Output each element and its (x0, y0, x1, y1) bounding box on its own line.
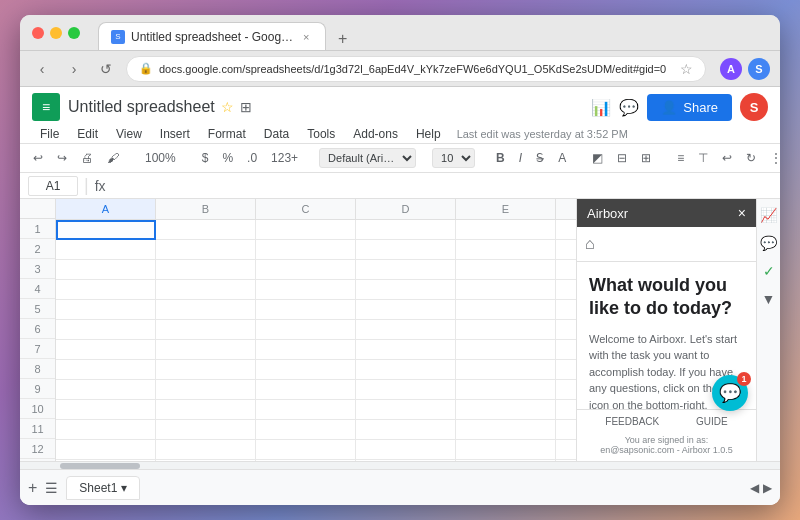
menu-edit[interactable]: Edit (69, 125, 106, 143)
row-num-1[interactable]: 1 (20, 219, 55, 239)
cell-D3[interactable] (356, 260, 456, 280)
row-num-6[interactable]: 6 (20, 319, 55, 339)
cell-A4[interactable] (56, 280, 156, 300)
currency-button[interactable]: $ (197, 148, 214, 168)
scroll-left-button[interactable]: ◀ (750, 481, 759, 495)
cell-E5[interactable] (456, 300, 556, 320)
cell-A13[interactable] (56, 460, 156, 461)
cell-C9[interactable] (256, 380, 356, 400)
font-size-select[interactable]: 10 (432, 148, 475, 168)
sheet1-dropdown-icon[interactable]: ▾ (121, 481, 127, 495)
menu-data[interactable]: Data (256, 125, 297, 143)
cell-C7[interactable] (256, 340, 356, 360)
rotate-button[interactable]: ↻ (741, 148, 761, 168)
row-num-3[interactable]: 3 (20, 259, 55, 279)
menu-file[interactable]: File (32, 125, 67, 143)
row-num-7[interactable]: 7 (20, 339, 55, 359)
cell-D11[interactable] (356, 420, 456, 440)
menu-format[interactable]: Format (200, 125, 254, 143)
cell-A12[interactable] (56, 440, 156, 460)
cell-A3[interactable] (56, 260, 156, 280)
share-button[interactable]: 👤 Share (647, 94, 732, 121)
cell-E10[interactable] (456, 400, 556, 420)
bookmark-icon[interactable]: ☆ (680, 61, 693, 77)
comments-icon[interactable]: 💬 (619, 98, 639, 117)
row-num-4[interactable]: 4 (20, 279, 55, 299)
feedback-link[interactable]: FEEDBACK (605, 416, 659, 427)
maximize-traffic-light[interactable] (68, 27, 80, 39)
cell-B9[interactable] (156, 380, 256, 400)
row-num-8[interactable]: 8 (20, 359, 55, 379)
cell-A7[interactable] (56, 340, 156, 360)
col-header-e[interactable]: E (456, 199, 556, 219)
cell-E9[interactable] (456, 380, 556, 400)
back-button[interactable]: ‹ (30, 57, 54, 81)
horizontal-scrollbar[interactable] (20, 461, 780, 469)
cell-B6[interactable] (156, 320, 256, 340)
row-num-2[interactable]: 2 (20, 239, 55, 259)
cell-B7[interactable] (156, 340, 256, 360)
paintformat-button[interactable]: 🖌 (102, 148, 124, 168)
close-traffic-light[interactable] (32, 27, 44, 39)
cell-F3[interactable] (556, 260, 576, 280)
side-icon-check[interactable]: ✓ (763, 263, 775, 279)
cell-F8[interactable] (556, 360, 576, 380)
cell-D4[interactable] (356, 280, 456, 300)
format-button[interactable]: .0 (242, 148, 262, 168)
cell-E11[interactable] (456, 420, 556, 440)
cell-A6[interactable] (56, 320, 156, 340)
cell-D7[interactable] (356, 340, 456, 360)
cell-D9[interactable] (356, 380, 456, 400)
cell-F1[interactable] (556, 220, 576, 240)
cell-B5[interactable] (156, 300, 256, 320)
cell-A5[interactable] (56, 300, 156, 320)
cell-F7[interactable] (556, 340, 576, 360)
cell-C13[interactable] (256, 460, 356, 461)
menu-help[interactable]: Help (408, 125, 449, 143)
side-icon-chat[interactable]: 💬 (760, 235, 777, 251)
spreadsheet-name[interactable]: Untitled spreadsheet (68, 98, 215, 116)
airboxr-home-icon[interactable]: ⌂ (585, 235, 595, 252)
cell-F10[interactable] (556, 400, 576, 420)
row-num-9[interactable]: 9 (20, 379, 55, 399)
user-avatar[interactable]: S (740, 93, 768, 121)
valign-button[interactable]: ⊤ (693, 148, 713, 168)
menu-insert[interactable]: Insert (152, 125, 198, 143)
cell-E4[interactable] (456, 280, 556, 300)
fill-color-button[interactable]: ◩ (587, 148, 608, 168)
more-formats-button[interactable]: 123+ (266, 148, 303, 168)
menu-view[interactable]: View (108, 125, 150, 143)
user-profile-icon[interactable]: S (748, 58, 770, 80)
activity-icon[interactable]: 📊 (591, 98, 611, 117)
cell-reference[interactable]: A1 (28, 176, 78, 196)
cell-C5[interactable] (256, 300, 356, 320)
cell-E13[interactable] (456, 460, 556, 461)
align-button[interactable]: ≡ (672, 148, 689, 168)
cell-E7[interactable] (456, 340, 556, 360)
cell-F5[interactable] (556, 300, 576, 320)
forward-button[interactable]: › (62, 57, 86, 81)
merge-button[interactable]: ⊞ (636, 148, 656, 168)
scroll-right-button[interactable]: ▶ (763, 481, 772, 495)
add-sheet-button[interactable]: + (28, 479, 37, 497)
row-num-11[interactable]: 11 (20, 419, 55, 439)
cell-C12[interactable] (256, 440, 356, 460)
strikethrough-button[interactable]: S̶ (531, 148, 549, 168)
cell-C2[interactable] (256, 240, 356, 260)
cell-E2[interactable] (456, 240, 556, 260)
more-button[interactable]: ⋮ (765, 148, 780, 168)
extension-icon-1[interactable]: A (720, 58, 742, 80)
cell-B1[interactable] (156, 220, 256, 240)
row-num-5[interactable]: 5 (20, 299, 55, 319)
redo-button[interactable]: ↪ (52, 148, 72, 168)
cell-E1[interactable] (456, 220, 556, 240)
row-num-10[interactable]: 10 (20, 399, 55, 419)
cell-D13[interactable] (356, 460, 456, 461)
cell-B10[interactable] (156, 400, 256, 420)
cell-F12[interactable] (556, 440, 576, 460)
cell-F6[interactable] (556, 320, 576, 340)
cell-E12[interactable] (456, 440, 556, 460)
font-color-button[interactable]: A (553, 148, 571, 168)
url-bar[interactable]: 🔒 docs.google.com/spreadsheets/d/1g3d72l… (126, 56, 706, 82)
cell-B2[interactable] (156, 240, 256, 260)
